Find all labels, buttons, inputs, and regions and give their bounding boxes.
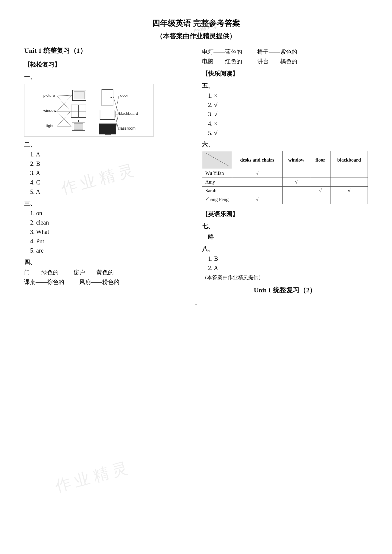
sec2-answer-5: 5. A	[30, 188, 184, 195]
sec4-item-4a: 电脑——红色的	[202, 58, 242, 65]
table-header-floor: floor	[310, 151, 330, 169]
sec3-answer-1: 1. on	[30, 210, 184, 217]
row-wu-window	[282, 169, 310, 178]
sec4-item-4b: 讲台——橘色的	[257, 58, 297, 65]
section-easy-header: 【轻松复习】	[24, 61, 184, 69]
sec4-color-row-2: 课桌——棕色的 风扇——粉色的	[24, 278, 184, 286]
sec4-item-3a: 电灯——蓝色的	[202, 48, 242, 56]
sec2-num: 二、	[24, 141, 184, 149]
sec7-answer: 略	[208, 233, 368, 241]
sec4-item-3b: 椅子——紫色的	[257, 48, 297, 56]
row-zhang-window	[282, 195, 310, 204]
sec4-item-1b: 窗户——黄色的	[74, 269, 114, 276]
sec5-num: 五、	[202, 82, 368, 90]
table-header-blackboard: blackboard	[330, 151, 368, 169]
svg-rect-12	[105, 134, 111, 135]
row-sarah-window	[282, 187, 310, 195]
row-sarah-desks	[232, 187, 283, 195]
sec6-table: desks and chairs window floor blackboard…	[202, 151, 368, 204]
row-wu-desks: √	[232, 169, 283, 178]
right-column: 电灯——蓝色的 椅子——紫色的 电脑——红色的 讲台——橘色的 【快乐阅读】 五…	[193, 46, 368, 295]
row-amy-floor	[310, 178, 330, 187]
section-happy-read-header: 【快乐阅读】	[202, 70, 368, 78]
sec4-item-2a: 课桌——棕色的	[24, 278, 64, 286]
table-header-window: window	[282, 151, 310, 169]
svg-point-9	[111, 97, 112, 98]
svg-line-13	[57, 95, 72, 96]
sec8-answer-2: 2. A	[208, 265, 368, 272]
svg-line-22	[57, 112, 70, 127]
row-sarah-blackboard: √	[330, 187, 368, 195]
sec6-num: 六、	[202, 141, 368, 149]
sec7-num: 七、	[202, 222, 368, 230]
sec4-color-row-1: 门——绿色的 窗户——黄色的	[24, 269, 184, 276]
sec3-answer-4: 4. Put	[30, 238, 184, 245]
label-window: window	[43, 108, 57, 113]
sec4-right-area: 电灯——蓝色的 椅子——紫色的 电脑——红色的 讲台——橘色的	[202, 48, 368, 65]
table-row-zhang: Zhang Peng √	[202, 195, 368, 204]
table-row-wu: Wu Yifan √	[202, 169, 368, 178]
left-column: Unit 1 统整复习（1） 【轻松复习】 一、	[24, 46, 193, 288]
svg-rect-6	[74, 123, 83, 129]
row-amy-desks	[232, 178, 283, 187]
table-header-0	[202, 151, 232, 169]
sec4-color-row-4: 电脑——红色的 讲台——橘色的	[202, 58, 368, 65]
sec4-color-row-3: 电灯——蓝色的 椅子——紫色的	[202, 48, 368, 56]
page-number: 1	[24, 301, 368, 306]
footer-note: （本答案由作业精灵提供）	[202, 274, 368, 281]
row-zhang-blackboard	[330, 195, 368, 204]
table-row-sarah: Sarah √ √	[202, 187, 368, 195]
row-amy-blackboard	[330, 178, 368, 187]
unit2-title: Unit 1 统整复习（2）	[202, 286, 368, 295]
sec5-answer-1: 1. ×	[208, 92, 368, 99]
sec5-answer-5: 5. √	[208, 130, 368, 137]
page-title: 四年级英语 完整参考答案	[24, 18, 368, 29]
page-subtitle: （本答案由作业精灵提供）	[24, 32, 368, 41]
row-name-amy: Amy	[202, 178, 232, 187]
sec5-answer-3: 3. √	[208, 111, 368, 118]
sec4-item-2b: 风扇——粉色的	[79, 278, 119, 286]
sec5-answer-4: 4. ×	[208, 120, 368, 127]
svg-line-23	[115, 96, 119, 114]
section-english-garden-header: 【英语乐园】	[202, 210, 368, 218]
svg-line-20	[57, 95, 72, 111]
sec2-answer-2: 2. B	[30, 160, 184, 167]
label-classroom: classroom	[118, 126, 136, 131]
label-light: light	[46, 124, 54, 128]
table-header-desks: desks and chairs	[232, 151, 283, 169]
diagram-area: picture window light door blackboard cla…	[24, 84, 154, 137]
two-col-layout: Unit 1 统整复习（1） 【轻松复习】 一、	[24, 46, 368, 295]
row-wu-floor	[310, 169, 330, 178]
label-picture: picture	[43, 93, 55, 98]
sec4-item-1a: 门——绿色的	[24, 269, 58, 276]
unit1-title: Unit 1 统整复习（1）	[24, 46, 184, 55]
watermark-bottom: 作 业 精 灵	[53, 457, 130, 497]
svg-rect-10	[100, 110, 115, 120]
diagram-svg: picture window light door blackboard cla…	[24, 84, 153, 136]
sec8-num: 八、	[202, 245, 368, 253]
row-zhang-desks: √	[232, 195, 283, 204]
sec1-num: 一、	[24, 73, 184, 81]
row-wu-blackboard	[330, 169, 368, 178]
row-name-zhang: Zhang Peng	[202, 195, 232, 204]
label-door: door	[120, 93, 128, 98]
row-name-sarah: Sarah	[202, 187, 232, 195]
row-amy-window: √	[282, 178, 310, 187]
diagonal-header-svg	[205, 153, 229, 166]
table-row-amy: Amy √	[202, 178, 368, 187]
sec3-answer-3: 3. What	[30, 228, 184, 235]
row-name-wu: Wu Yifan	[202, 169, 232, 178]
sec2-answer-4: 4. C	[30, 179, 184, 186]
row-sarah-floor: √	[310, 187, 330, 195]
sec2-answer-3: 3. A	[30, 170, 184, 177]
svg-rect-1	[74, 92, 85, 99]
sec8-answer-1: 1. B	[208, 255, 368, 262]
svg-line-24	[113, 96, 119, 114]
sec4-num: 四、	[24, 258, 184, 266]
svg-rect-11	[100, 124, 116, 134]
page: 作 业 精 灵 作 业 精 灵 四年级英语 完整参考答案 （本答案由作业精灵提供…	[0, 0, 392, 554]
sec5-answer-2: 2. √	[208, 102, 368, 109]
sec3-num: 三、	[24, 200, 184, 207]
svg-line-27	[205, 153, 229, 166]
sec3-answer-5: 5. are	[30, 247, 184, 254]
